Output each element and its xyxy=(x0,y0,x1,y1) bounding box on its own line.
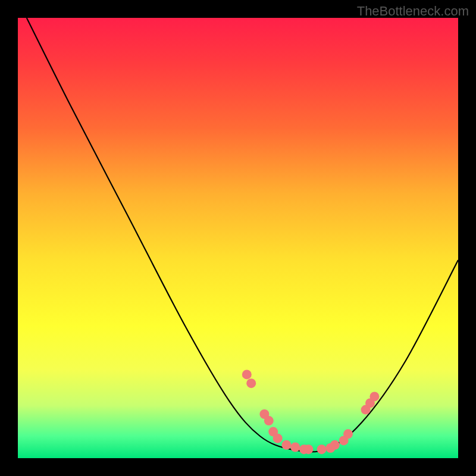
data-marker xyxy=(369,392,379,401)
data-markers xyxy=(242,369,380,454)
chart-svg xyxy=(18,18,458,458)
data-marker xyxy=(343,429,353,439)
data-marker xyxy=(281,440,291,450)
watermark-text: TheBottleneck.com xyxy=(357,4,469,19)
data-marker xyxy=(290,443,300,452)
bottleneck-curve xyxy=(27,18,458,452)
data-marker xyxy=(317,444,327,454)
data-marker xyxy=(242,369,252,379)
data-marker xyxy=(246,378,256,388)
data-marker xyxy=(264,416,274,425)
data-marker xyxy=(303,444,313,454)
plot-area xyxy=(18,18,458,458)
data-marker xyxy=(330,440,340,450)
data-marker xyxy=(273,434,283,443)
